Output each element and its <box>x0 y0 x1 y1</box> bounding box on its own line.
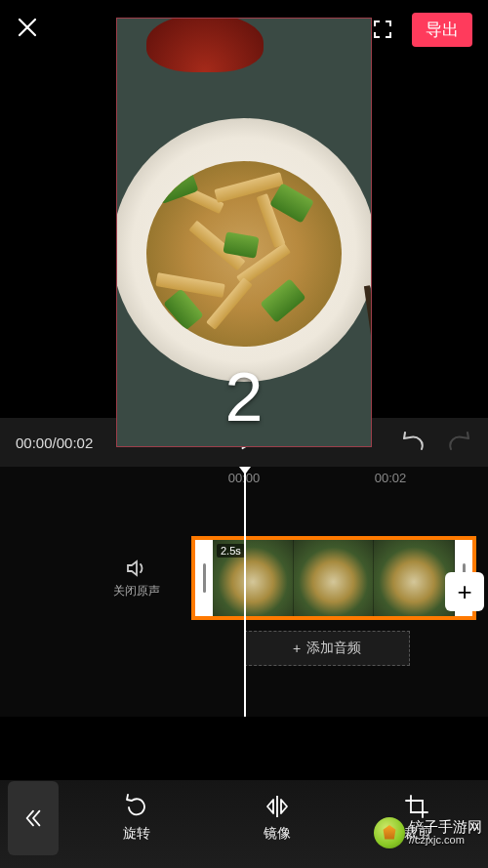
undo-button[interactable] <box>400 432 426 453</box>
timeline[interactable]: 00:00 00:02 关闭原声 2.5s + 添加 + 添加音频 <box>0 467 488 717</box>
clip-handle-left[interactable] <box>195 540 213 616</box>
rotate-tool[interactable]: 旋转 <box>123 794 150 843</box>
mirror-label: 镜像 <box>264 825 291 843</box>
toolbar-back-button[interactable] <box>8 781 59 855</box>
rotate-label: 旋转 <box>123 825 150 843</box>
add-audio-label: 添加音频 <box>306 640 361 657</box>
video-clip-selected[interactable]: 2.5s <box>191 536 476 620</box>
mirror-tool[interactable]: 镜像 <box>264 794 291 843</box>
add-clip-button[interactable]: + 添加 <box>445 572 484 611</box>
clip-thumbnails: 2.5s <box>213 540 455 616</box>
playhead[interactable] <box>244 467 246 717</box>
mute-original-sound[interactable]: 关闭原声 <box>98 558 176 599</box>
clip-duration-badge: 2.5s <box>217 544 245 558</box>
redo-button[interactable] <box>447 432 472 453</box>
video-frame: 2 <box>116 18 372 447</box>
site-watermark: 铲子手游网 //czjxjc.com <box>374 817 482 848</box>
mute-label: 关闭原声 <box>113 584 160 598</box>
time-display: 00:00/00:02 <box>16 434 93 451</box>
add-audio-track[interactable]: + 添加音频 <box>244 631 410 666</box>
watermark-icon <box>374 817 405 848</box>
countdown-overlay: 2 <box>225 358 264 436</box>
watermark-text: 铲子手游网 <box>409 819 482 834</box>
watermark-url: //czjxjc.com <box>409 834 482 847</box>
video-preview[interactable]: 2 <box>0 18 488 418</box>
ruler-tick: 00:02 <box>375 471 407 485</box>
plus-icon: + <box>293 641 301 656</box>
